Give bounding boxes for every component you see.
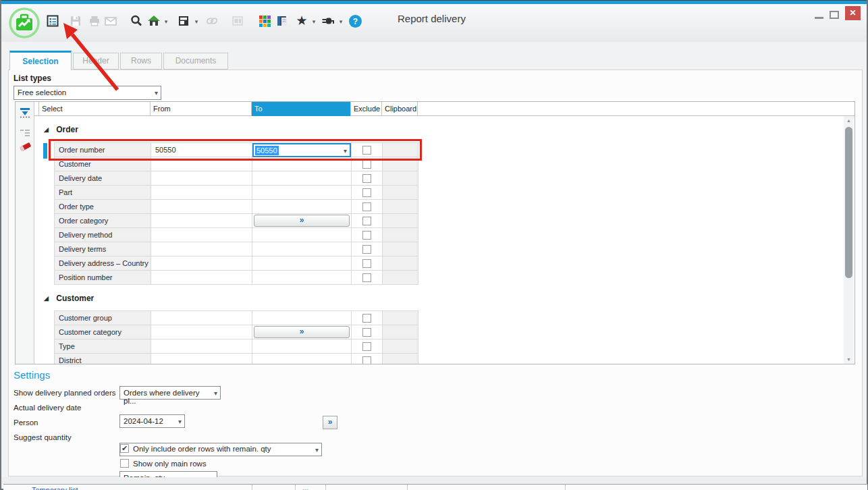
vertical-scrollbar[interactable]: ▲ ▼	[844, 116, 854, 364]
insert-row-icon[interactable]	[18, 106, 32, 119]
table-row-type[interactable]: Type	[55, 339, 419, 354]
color-grid-icon[interactable]	[256, 13, 273, 29]
from-cell[interactable]	[151, 200, 252, 214]
to-cell[interactable]	[252, 354, 352, 364]
eraser-icon[interactable]	[18, 140, 32, 153]
show-only-main-rows-checkbox[interactable]	[120, 459, 129, 468]
from-cell[interactable]	[151, 256, 252, 271]
exclude-cell[interactable]	[352, 143, 383, 157]
home-caret-icon[interactable]: ▾	[163, 18, 169, 25]
report-list-icon[interactable]	[45, 13, 61, 29]
from-cell[interactable]	[151, 354, 252, 364]
multi-select-button[interactable]: »	[254, 215, 350, 227]
table-row-delivery-address-country[interactable]: Delivery address – Country	[55, 256, 419, 271]
from-cell[interactable]	[151, 325, 252, 339]
from-cell[interactable]	[151, 171, 252, 186]
table-row-customer[interactable]: Customer	[55, 157, 419, 171]
tab-documents[interactable]: Documents	[163, 53, 228, 70]
column-header-from[interactable]: From	[151, 102, 252, 116]
to-cell[interactable]	[252, 228, 352, 242]
exclude-checkbox[interactable]	[362, 259, 371, 268]
minimize-button[interactable]	[815, 17, 823, 19]
exclude-cell[interactable]	[352, 339, 383, 354]
help-icon[interactable]: ?	[347, 13, 363, 29]
to-cell[interactable]: »	[252, 325, 352, 339]
show-delivery-planned-orders-dropdown[interactable]: Orders where delivery pl... ▾	[119, 386, 221, 400]
exclude-cell[interactable]	[352, 157, 383, 171]
exclude-cell[interactable]	[352, 325, 383, 339]
from-cell[interactable]	[151, 228, 252, 242]
table-row-customer-group[interactable]: Customer group	[55, 311, 419, 325]
window-layout-icon[interactable]	[175, 13, 192, 29]
table-row-position-number[interactable]: Position number	[55, 271, 419, 285]
table-row-customer-category[interactable]: Customer category »	[55, 325, 419, 339]
table-row-delivery-method[interactable]: Delivery method	[55, 228, 419, 242]
plug-caret-icon[interactable]: ▾	[337, 18, 344, 25]
exclude-checkbox[interactable]	[362, 188, 371, 197]
exclude-checkbox[interactable]	[362, 202, 371, 211]
from-cell[interactable]: 50550	[151, 143, 252, 157]
to-cell[interactable]	[252, 311, 352, 325]
table-row-part[interactable]: Part	[55, 186, 419, 200]
exclude-checkbox[interactable]	[362, 245, 371, 254]
from-cell[interactable]	[151, 311, 252, 325]
exclude-cell[interactable]	[352, 186, 383, 200]
star-icon[interactable]: ★	[294, 13, 310, 29]
table-row-delivery-date[interactable]: Delivery date	[55, 171, 419, 186]
tab-header[interactable]: Header	[73, 53, 119, 70]
actual-delivery-date-dropdown[interactable]: 2024-04-12 ▾	[119, 414, 185, 428]
scrollbar-down-arrow[interactable]: ▼	[844, 355, 854, 364]
checkbox-row-only-include-remain-qty[interactable]: ✔ Only include order rows with remain. q…	[120, 444, 271, 453]
exclude-cell[interactable]	[352, 200, 383, 214]
only-include-remain-qty-checkbox[interactable]: ✔	[120, 444, 129, 453]
to-cell[interactable]	[252, 339, 352, 354]
tab-selection[interactable]: Selection	[9, 51, 72, 70]
scrollbar-thumb[interactable]	[845, 127, 852, 278]
multi-select-button[interactable]: »	[254, 326, 350, 338]
exclude-cell[interactable]	[352, 228, 383, 242]
column-header-clipboard[interactable]: Clipboard	[382, 102, 418, 116]
column-header-to[interactable]: To	[252, 102, 351, 116]
exclude-cell[interactable]	[352, 354, 383, 364]
exclude-checkbox[interactable]	[362, 342, 371, 351]
to-cell[interactable]	[252, 186, 352, 200]
to-cell[interactable]	[252, 157, 352, 171]
maximize-button[interactable]	[830, 11, 839, 19]
from-cell[interactable]	[151, 271, 252, 285]
to-combobox[interactable]: 50550 ▾	[252, 143, 351, 157]
to-cell[interactable]	[252, 200, 352, 214]
to-cell[interactable]	[252, 171, 352, 186]
home-icon[interactable]	[146, 13, 162, 29]
from-cell[interactable]	[151, 186, 252, 200]
exclude-cell[interactable]	[352, 242, 383, 256]
table-row-district[interactable]: District	[55, 354, 419, 364]
exclude-checkbox[interactable]	[362, 160, 371, 169]
table-row-delivery-terms[interactable]: Delivery terms	[55, 242, 419, 256]
exclude-checkbox[interactable]	[362, 328, 371, 337]
table-row-order-number[interactable]: Order number 50550 50550 ▾	[55, 143, 419, 157]
from-cell[interactable]	[151, 339, 252, 354]
exclude-checkbox[interactable]	[362, 174, 371, 183]
book-icon[interactable]	[274, 13, 290, 29]
to-cell[interactable]: 50550 ▾	[252, 143, 352, 157]
checkbox-row-show-only-main-rows[interactable]: Show only main rows	[120, 459, 207, 468]
bottom-partial-row[interactable]: Temporary list ⋯	[3, 485, 867, 490]
section-header-order[interactable]: ◢ Order	[44, 125, 78, 134]
to-cell[interactable]	[252, 256, 352, 271]
exclude-checkbox[interactable]	[362, 273, 371, 282]
exclude-cell[interactable]	[352, 256, 383, 271]
exclude-checkbox[interactable]	[362, 314, 371, 323]
table-row-order-category[interactable]: Order category »	[55, 214, 419, 228]
star-caret-icon[interactable]: ▾	[310, 18, 317, 25]
to-cell[interactable]	[252, 242, 352, 256]
tab-rows[interactable]: Rows	[120, 53, 162, 70]
bottom-partial-label[interactable]: Temporary list	[32, 486, 78, 490]
exclude-checkbox[interactable]	[362, 356, 371, 364]
section-header-customer[interactable]: ◢ Customer	[44, 294, 94, 303]
column-header-select[interactable]: Select	[39, 102, 151, 116]
person-multi-select-button[interactable]: »	[323, 416, 337, 429]
exclude-cell[interactable]	[352, 311, 383, 325]
from-cell[interactable]	[151, 242, 252, 256]
column-header-exclude[interactable]: Exclude	[351, 102, 382, 116]
search-icon[interactable]	[128, 13, 144, 29]
